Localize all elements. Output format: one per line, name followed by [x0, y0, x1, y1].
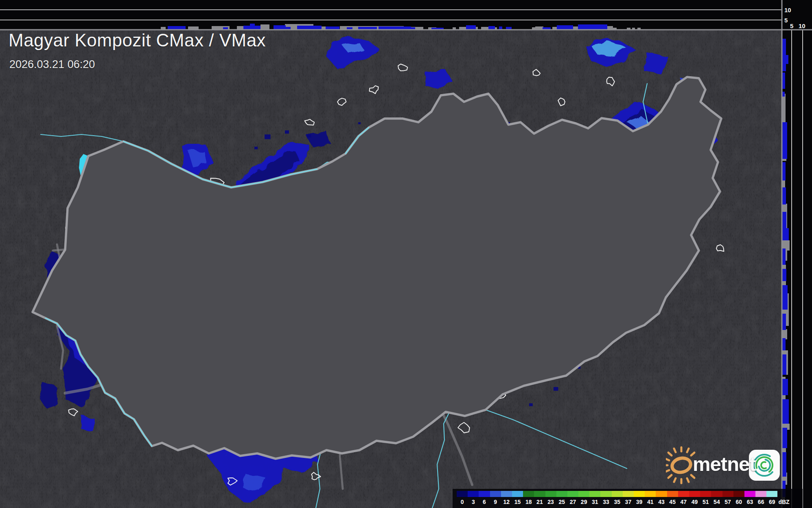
colorbar-swatch — [634, 491, 645, 497]
colorbar-tick-label: 33 — [600, 499, 611, 505]
colorbar-tick-label: 37 — [623, 499, 634, 505]
colorbar-swatch — [479, 491, 490, 497]
colorbar-swatch — [457, 491, 468, 497]
colorbar-tick-label: 60 — [733, 499, 744, 505]
metnet-wordmark: metnet — [693, 453, 756, 475]
colorbar-tick-label: 63 — [744, 499, 755, 505]
top-profile-panel — [0, 0, 812, 30]
colorbar-tick-label: 25 — [556, 499, 567, 505]
colorbar-tick-label: 45 — [667, 499, 678, 505]
colorbar-tick-label: 23 — [545, 499, 556, 505]
colorbar-tick-label: 66 — [755, 499, 766, 505]
colorbar-swatch — [490, 491, 501, 497]
colorbar-swatch — [667, 491, 678, 497]
colorbar-labels: 0369121518212325272931333537394143454749… — [457, 499, 790, 505]
colorbar-tick-label: 21 — [534, 499, 545, 505]
colorbar-tick-label: 43 — [656, 499, 667, 505]
colorbar-swatch — [733, 491, 744, 497]
colorbar-tick-label: 18 — [523, 499, 534, 505]
colorbar-unit: dBZ — [777, 499, 789, 505]
radar-app-window: 10 5 5 10 Magyar Kompozit CMax / VMax 20… — [0, 0, 812, 508]
right-axis-label-5: 5 — [790, 22, 793, 29]
colorbar-tick-label: 51 — [700, 499, 711, 505]
colorbar-tick-label: 0 — [457, 499, 468, 505]
colorbar-swatch — [512, 491, 523, 497]
timestamp: 2026.03.21 06:20 — [9, 58, 95, 71]
colorbar-swatch — [656, 491, 667, 497]
colorbar-swatch — [589, 491, 600, 497]
colorbar-tick-label: 9 — [490, 499, 501, 505]
page-title: Magyar Kompozit CMax / VMax — [9, 30, 266, 51]
colorbar-swatch — [678, 491, 689, 497]
colorbar-swatch — [556, 491, 567, 497]
colorbar-swatch — [711, 491, 722, 497]
dbz-colorbar: 0369121518212325272931333537394143454749… — [453, 489, 803, 508]
colorbar-swatch — [612, 491, 623, 497]
colorbar-swatch — [689, 491, 700, 497]
top-axis-label-5: 5 — [784, 17, 788, 24]
right-axis-label-10: 10 — [799, 22, 805, 29]
colorbar-tick-label: 31 — [589, 499, 600, 505]
top-axis-label-10: 10 — [784, 7, 791, 13]
colorbar-swatch — [600, 491, 611, 497]
colorbar-swatch — [722, 491, 733, 497]
colorbar-tick-label: 6 — [479, 499, 490, 505]
metnet-logo[interactable]: metnet — [666, 446, 788, 485]
colorbar-swatch — [468, 491, 479, 497]
colorbar-swatch — [755, 491, 766, 497]
colorbar-swatch — [744, 491, 755, 497]
colorbar-tick-label: 39 — [634, 499, 645, 505]
colorbar-swatch — [700, 491, 711, 497]
colorbar-swatch — [501, 491, 512, 497]
colorbar-swatch — [645, 491, 656, 497]
sun-icon — [666, 447, 694, 483]
colorbar-swatch — [578, 491, 589, 497]
colorbar-tick-label: 57 — [722, 499, 733, 505]
colorbar-tick-label: 12 — [501, 499, 512, 505]
colorbar-tick-label: 35 — [612, 499, 623, 505]
colorbar-swatch — [545, 491, 556, 497]
colorbar-swatch — [766, 491, 777, 497]
colorbar-tick-label: 69 — [766, 499, 777, 505]
colorbar-swatch — [534, 491, 545, 497]
colorbar-tick-label: 47 — [678, 499, 689, 505]
colorbar-swatch — [523, 491, 534, 497]
colorbar-tick-label: 27 — [567, 499, 578, 505]
colorbar-swatch — [567, 491, 578, 497]
colorbar-tick-label: 29 — [578, 499, 589, 505]
radar-map-canvas[interactable]: 10 5 5 10 — [0, 0, 812, 508]
colorbar-tick-label: 54 — [711, 499, 722, 505]
colorbar-tick-label: 3 — [468, 499, 479, 505]
colorbar-swatches — [457, 491, 777, 497]
colorbar-swatch — [623, 491, 634, 497]
colorbar-tick-label: 49 — [689, 499, 700, 505]
colorbar-tick-label: 15 — [512, 499, 523, 505]
colorbar-tick-label: 41 — [645, 499, 656, 505]
